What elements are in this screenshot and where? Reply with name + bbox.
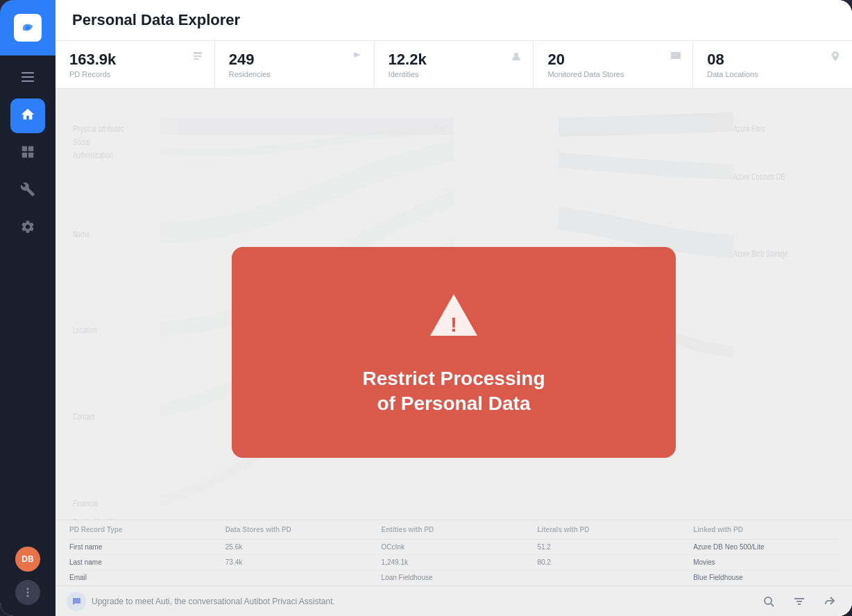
sidebar-logo (0, 0, 56, 55)
svg-point-1 (26, 26, 30, 30)
settings-icon (20, 219, 35, 237)
stat-value-data-locations: 08 (707, 51, 838, 69)
stats-bar: 163.9k PD Records 249 Residencies (56, 41, 852, 89)
stat-label-data-locations: Data Locations (707, 70, 838, 78)
stat-value-data-stores: 20 (547, 51, 679, 69)
top-bar: Personal Data Explorer (56, 0, 852, 41)
flag-icon (352, 51, 363, 65)
sidebar-nav (0, 93, 56, 547)
stat-card-residencies: 249 Residencies (215, 41, 375, 88)
monitor-icon (670, 51, 681, 65)
tools-icon (20, 182, 35, 200)
stat-card-identities: 12.2k Identities (375, 41, 534, 88)
svg-text:!: ! (450, 313, 457, 336)
content-area: Physical attributes Social Authenticatio… (56, 89, 852, 616)
svg-point-4 (27, 595, 29, 597)
sidebar-item-settings[interactable] (10, 211, 45, 246)
device-frame: DB Personal Data Explorer 163.9k PD Reco… (0, 0, 852, 616)
svg-rect-6 (194, 55, 202, 57)
avatar-dots[interactable] (15, 580, 40, 605)
stat-label-data-stores: Monitored Data Stores (547, 70, 679, 78)
stat-label-identities: Identities (389, 70, 520, 78)
sidebar-item-dashboard[interactable] (10, 136, 45, 171)
identity-icon (511, 51, 522, 65)
sidebar-item-home[interactable] (10, 99, 45, 133)
menu-toggle[interactable] (0, 61, 56, 93)
logo-icon (14, 14, 42, 42)
svg-rect-5 (194, 52, 202, 54)
stat-card-data-locations: 08 Data Locations (693, 41, 852, 88)
hamburger-icon (22, 72, 34, 82)
svg-point-3 (27, 592, 29, 594)
stat-card-pd-records: 163.9k PD Records (56, 41, 215, 88)
sidebar: DB (0, 0, 56, 616)
restrict-processing-modal: ! Restrict Processing of Personal Data (232, 247, 676, 459)
stat-card-data-stores: 20 Monitored Data Stores (534, 41, 693, 88)
warning-icon: ! (426, 289, 482, 344)
sidebar-bottom: DB (15, 547, 40, 616)
svg-rect-7 (194, 58, 199, 60)
records-icon (192, 51, 203, 65)
dashboard-icon (20, 144, 35, 162)
stat-value-identities: 12.2k (389, 51, 520, 69)
avatar[interactable]: DB (15, 547, 40, 572)
main-content: Personal Data Explorer 163.9k PD Records… (56, 0, 852, 616)
page-title: Personal Data Explorer (72, 11, 835, 29)
sidebar-item-tools[interactable] (10, 173, 45, 208)
svg-rect-9 (671, 52, 681, 59)
stat-value-pd-records: 163.9k (69, 51, 201, 69)
stat-value-residencies: 249 (229, 51, 360, 69)
location-icon (830, 51, 841, 65)
home-icon (20, 107, 35, 125)
svg-point-2 (27, 588, 29, 590)
stat-label-pd-records: PD Records (69, 70, 201, 78)
stat-label-residencies: Residencies (229, 70, 360, 78)
overlay: ! Restrict Processing of Personal Data (56, 89, 852, 616)
modal-title: Restrict Processing of Personal Data (363, 366, 545, 417)
